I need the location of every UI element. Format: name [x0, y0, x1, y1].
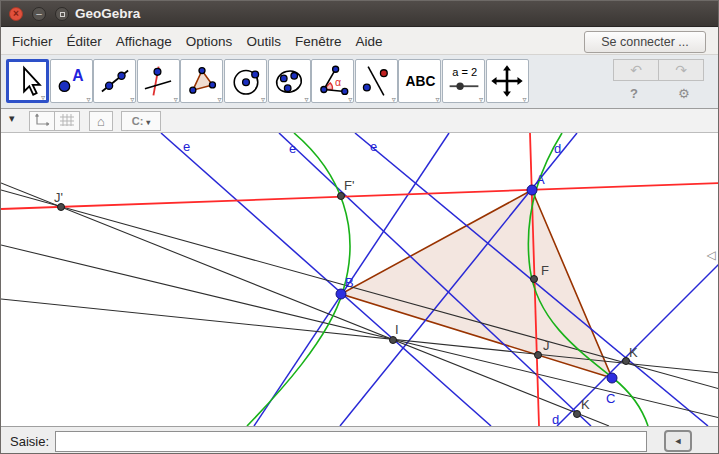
- conic-icon: [272, 64, 306, 98]
- input-field[interactable]: [55, 431, 647, 452]
- home-button[interactable]: ⌂: [89, 111, 113, 131]
- geogebra-window: × – GeoGebra FichierÉditerAffichageOptio…: [0, 0, 719, 454]
- axes-icon: [34, 115, 50, 130]
- point-C-2[interactable]: [607, 373, 617, 383]
- svg-text:a = 2: a = 2: [452, 66, 477, 78]
- menu-item-diter[interactable]: Éditer: [60, 34, 109, 49]
- close-button[interactable]: ×: [9, 7, 23, 21]
- tool-dropdown-arrow[interactable]: ▿: [130, 96, 134, 104]
- tool-dropdown-arrow[interactable]: ▿: [435, 96, 439, 104]
- menu-bar: FichierÉditerAffichageOptionsOutilsFenêt…: [1, 28, 718, 55]
- point-icon: A: [54, 64, 88, 98]
- canvas-label-F-5: F: [541, 263, 549, 278]
- minimize-button[interactable]: –: [32, 7, 46, 21]
- maximize-button[interactable]: [55, 7, 69, 21]
- tool-text-button[interactable]: ABC▿: [398, 59, 441, 103]
- point-capturing-label: C:: [132, 115, 144, 127]
- toolbar: ▿A▿▿▿▿▿▿α▿▿ABC▿a = 2▿▿ ↶ ↷ ? ⚙: [1, 55, 718, 109]
- input-bar: Saisie: ◄: [1, 426, 718, 454]
- circle-icon: [229, 64, 263, 98]
- window-title: GeoGebra: [75, 6, 140, 21]
- tool-dropdown-arrow[interactable]: ▿: [523, 96, 527, 104]
- menu-item-fichier[interactable]: Fichier: [5, 34, 60, 49]
- tool-conic-button[interactable]: ▿: [268, 59, 311, 103]
- triangle-ABC[interactable]: [341, 190, 612, 378]
- svg-text:A: A: [72, 67, 83, 84]
- redo-button[interactable]: ↷: [658, 59, 704, 81]
- tool-slider-button[interactable]: a = 2▿: [442, 59, 485, 103]
- svg-text:ABC: ABC: [406, 74, 436, 89]
- canvas-label-K-9: K: [581, 397, 590, 412]
- stylebar-toggle[interactable]: ▾: [9, 112, 15, 125]
- geometry-svg[interactable]: J'F'ABCFIJKKddeee: [1, 133, 719, 426]
- move-view-icon: [490, 64, 524, 98]
- canvas-label-K-8: K: [629, 345, 638, 360]
- tool-dropdown-arrow[interactable]: ▿: [305, 96, 309, 104]
- canvas-label-e-14: e: [370, 139, 377, 154]
- tool-dropdown-arrow[interactable]: ▿: [348, 96, 352, 104]
- tool-perpendicular-line-button[interactable]: ▿: [137, 59, 180, 103]
- canvas-label-e-12: e: [183, 139, 190, 154]
- canvas-label-J-7: J: [543, 338, 550, 353]
- menu-item-outils[interactable]: Outils: [239, 34, 288, 49]
- line-red-horizontal[interactable]: [1, 183, 719, 209]
- canvas-label-C-4: C: [606, 391, 615, 406]
- line-black-2[interactable]: [1, 190, 719, 389]
- canvas-label-e-13: e: [289, 141, 296, 156]
- style-bar: ▾ ⌂ C:▾: [1, 109, 718, 133]
- undo-redo-group: ↶ ↷: [613, 59, 704, 81]
- angle-icon: α: [316, 64, 350, 98]
- canvas-label-I-6: I: [395, 322, 399, 337]
- tool-dropdown-arrow[interactable]: ▿: [41, 94, 45, 102]
- grid-icon: [59, 115, 75, 130]
- menu-item-fentre[interactable]: Fenêtre: [288, 34, 349, 49]
- tool-point-button[interactable]: A▿: [50, 59, 93, 103]
- text-icon: ABC: [403, 64, 437, 98]
- input-help-button[interactable]: ◄: [664, 430, 692, 452]
- tool-dropdown-arrow[interactable]: ▿: [217, 96, 221, 104]
- axes-toggle-button[interactable]: [29, 111, 55, 131]
- tool-angle-button[interactable]: α▿: [311, 59, 354, 103]
- line-icon: [98, 64, 132, 98]
- canvas-label-F'-1: F': [344, 178, 354, 193]
- tool-circle-button[interactable]: ▿: [224, 59, 267, 103]
- help-button[interactable]: ?: [630, 86, 638, 101]
- maximize-icon: [60, 12, 65, 17]
- point-K-9[interactable]: [574, 411, 581, 418]
- slider-icon: a = 2: [447, 64, 481, 98]
- input-label: Saisie:: [10, 434, 49, 449]
- menu-item-affichage[interactable]: Affichage: [109, 34, 179, 49]
- grid-toggle-button[interactable]: [54, 111, 80, 131]
- undo-button[interactable]: ↶: [613, 59, 658, 81]
- graphics-view[interactable]: J'F'ABCFIJKKddeee ◁: [1, 133, 718, 426]
- point-F-5[interactable]: [531, 276, 538, 283]
- menu-item-options[interactable]: Options: [179, 34, 240, 49]
- login-button[interactable]: Se connecter ...: [584, 31, 706, 53]
- polygon-icon: [185, 64, 219, 98]
- move-icon: [11, 64, 45, 98]
- tool-polygon-button[interactable]: ▿: [180, 59, 223, 103]
- tool-move-view-button[interactable]: ▿: [486, 59, 529, 103]
- point-capturing-dropdown[interactable]: C:▾: [121, 111, 161, 131]
- tool-dropdown-arrow[interactable]: ▿: [87, 96, 91, 104]
- point-F'-4[interactable]: [338, 193, 345, 200]
- tool-dropdown-arrow[interactable]: ▿: [261, 96, 265, 104]
- tool-line-button[interactable]: ▿: [93, 59, 136, 103]
- canvas-label-A-2: A: [536, 172, 545, 187]
- point-J-7[interactable]: [535, 352, 542, 359]
- canvas-label-B-3: B: [345, 275, 354, 290]
- tool-dropdown-arrow[interactable]: ▿: [174, 96, 178, 104]
- canvas-label-d-11: d: [552, 412, 559, 426]
- perpendicular-line-icon: [141, 64, 175, 98]
- point-B-1[interactable]: [336, 289, 346, 299]
- panel-collapse-arrow[interactable]: ◁: [707, 249, 716, 261]
- settings-button[interactable]: ⚙: [678, 86, 690, 101]
- reflect-icon: [359, 64, 393, 98]
- tool-dropdown-arrow[interactable]: ▿: [479, 96, 483, 104]
- curve-green-left-branch[interactable]: [247, 133, 350, 426]
- point-I-6[interactable]: [390, 337, 397, 344]
- menu-item-aide[interactable]: Aide: [348, 34, 389, 49]
- tool-move-button[interactable]: ▿: [6, 59, 49, 103]
- tool-reflect-button[interactable]: ▿: [355, 59, 398, 103]
- tool-dropdown-arrow[interactable]: ▿: [392, 96, 396, 104]
